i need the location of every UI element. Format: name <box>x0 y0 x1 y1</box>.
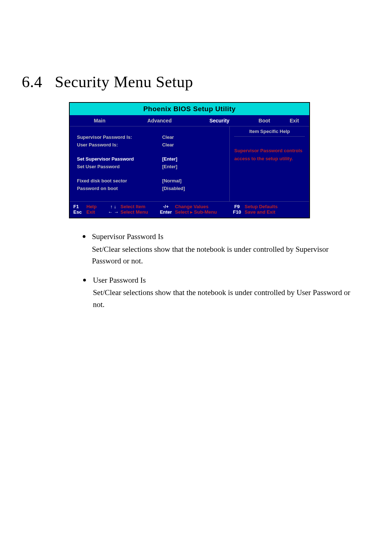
value-password-on-boot: [Disabled] <box>162 186 225 191</box>
list-item: ● Supervisor Password Is Set/Clear selec… <box>76 231 352 267</box>
note-title: User Password Is <box>93 274 352 286</box>
footer-row-2: Esc Exit ← → Select Menu Enter Select ▸ … <box>73 209 306 215</box>
label-fixed-disk-boot-sector: Fixed disk boot sector <box>77 178 162 183</box>
key-f10: F10 <box>229 209 245 215</box>
bios-menu-bar: Main Advanced Security Boot Exit <box>70 115 309 126</box>
note-body: Set/Clear selections show that the noteb… <box>93 287 352 310</box>
hint-sub-menu: Select ▸ Sub-Menu <box>175 209 229 215</box>
tab-main[interactable]: Main <box>70 118 130 124</box>
hint-setup-defaults: Setup Defaults <box>245 204 306 209</box>
row-set-user-password[interactable]: Set User Password [Enter] <box>77 164 225 169</box>
section-heading: 6.4 Security Menu Setup <box>22 73 370 91</box>
help-pane-title: Item Specific Help <box>234 129 305 137</box>
label-user-password-is: User Password Is: <box>77 142 162 148</box>
value-supervisor-password-is: Clear <box>162 134 225 140</box>
note-body: Set/Clear selections show that the noteb… <box>92 243 352 267</box>
value-user-password-is: Clear <box>162 142 225 148</box>
bios-footer: F1 Help ↑ ↓ Select Item -/+ Change Value… <box>70 201 309 218</box>
row-supervisor-password-is: Supervisor Password Is: Clear <box>77 134 225 140</box>
tab-advanced[interactable]: Advanced <box>130 118 189 124</box>
bios-help-pane: Item Specific Help Supervisor Password c… <box>230 126 309 201</box>
key-esc: Esc <box>73 209 86 215</box>
hint-save-exit: Save and Exit <box>245 209 306 215</box>
key-leftright-icon: ← → <box>106 209 121 215</box>
bullet-icon: ● <box>76 231 92 267</box>
key-plusminus: -/+ <box>157 204 175 209</box>
key-updown-icon: ↑ ↓ <box>106 204 121 209</box>
hint-select-item: Select Item <box>121 204 157 209</box>
hint-select-menu: Select Menu <box>121 209 157 215</box>
row-user-password-is: User Password Is: Clear <box>77 142 225 148</box>
hint-exit: Exit <box>86 209 106 215</box>
hint-change-values: Change Values <box>175 204 229 209</box>
tab-boot[interactable]: Boot <box>249 118 279 124</box>
description-list: ● Supervisor Password Is Set/Clear selec… <box>76 231 352 310</box>
hint-help: Help <box>86 204 106 209</box>
bullet-icon: ● <box>76 274 93 311</box>
help-pane-body: Supervisor Password controls access to t… <box>234 147 305 163</box>
list-item: ● User Password Is Set/Clear selections … <box>76 274 352 311</box>
value-fixed-disk-boot-sector: [Normal] <box>162 178 225 183</box>
tab-exit[interactable]: Exit <box>279 118 310 124</box>
row-password-on-boot[interactable]: Password on boot [Disabled] <box>77 186 225 191</box>
label-set-user-password: Set User Password <box>77 164 162 169</box>
footer-row-1: F1 Help ↑ ↓ Select Item -/+ Change Value… <box>73 204 306 209</box>
label-set-supervisor-password: Set Supervisor Password <box>77 156 162 162</box>
row-fixed-disk-boot-sector[interactable]: Fixed disk boot sector [Normal] <box>77 178 225 183</box>
value-set-supervisor-password: [Enter] <box>162 156 225 162</box>
label-supervisor-password-is: Supervisor Password Is: <box>77 134 162 140</box>
bios-screenshot: Phoenix BIOS Setup Utility Main Advanced… <box>69 102 310 218</box>
key-enter: Enter <box>157 209 175 215</box>
key-f1: F1 <box>73 204 86 209</box>
key-f9: F9 <box>229 204 245 209</box>
bios-title: Phoenix BIOS Setup Utility <box>70 103 309 115</box>
label-password-on-boot: Password on boot <box>77 186 162 191</box>
note-title: Supervisor Password Is <box>92 231 352 243</box>
tab-security[interactable]: Security <box>189 118 249 124</box>
value-set-user-password: [Enter] <box>162 164 225 169</box>
bios-settings-pane: Supervisor Password Is: Clear User Passw… <box>70 126 230 201</box>
row-set-supervisor-password[interactable]: Set Supervisor Password [Enter] <box>77 156 225 162</box>
bios-body: Supervisor Password Is: Clear User Passw… <box>70 126 309 201</box>
